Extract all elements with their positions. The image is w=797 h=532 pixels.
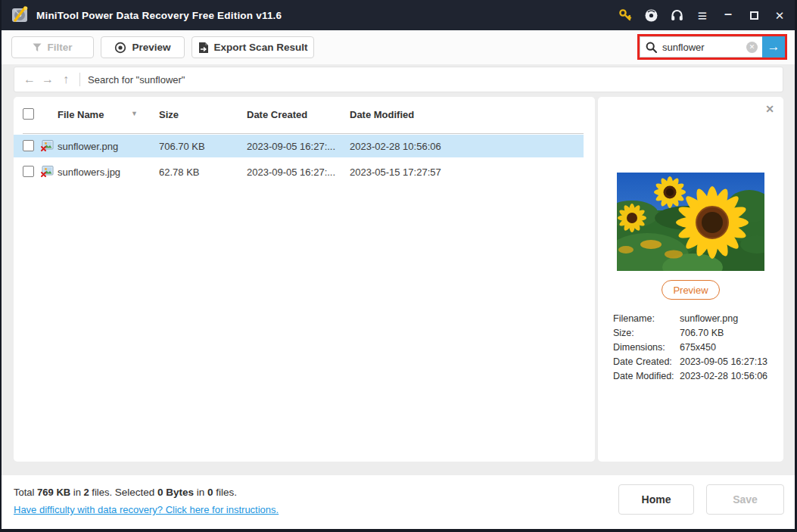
- header-divider: [23, 133, 584, 134]
- bootable-media-disc-icon[interactable]: [643, 0, 659, 30]
- close-icon[interactable]: ✕: [771, 0, 788, 30]
- column-header-file-name[interactable]: File Name: [58, 109, 104, 120]
- table-row[interactable]: sunflowers.jpg 62.78 KB 2023-09-05 16:27…: [14, 160, 584, 183]
- app-window: MiniTool Power Data Recovery Free Editio…: [0, 0, 797, 532]
- help-link[interactable]: Have difficulty with data recovery? Clic…: [14, 504, 279, 515]
- summary-text: files.: [89, 487, 115, 498]
- detail-value: 2023-02-28 10:56:06: [680, 369, 776, 384]
- selection-summary: Total 769 KB in 2 files. Selected 0 Byte…: [14, 487, 237, 498]
- file-name: sunflowers.jpg: [58, 166, 120, 178]
- detail-value: sunflower.png: [680, 312, 776, 326]
- export-scan-result-button[interactable]: Export Scan Result: [191, 36, 314, 58]
- home-button[interactable]: Home: [618, 484, 694, 515]
- eye-icon: [114, 42, 126, 54]
- total-size: 769 KB: [37, 487, 70, 498]
- detail-label: Date Created:: [613, 355, 680, 369]
- summary-text: Selected: [115, 487, 157, 498]
- deleted-image-file-icon: [41, 140, 54, 151]
- file-list-panel: File Name ▼ Size Date Created Date Modif…: [14, 97, 595, 462]
- preview-image: [617, 173, 764, 271]
- file-size: 706.70 KB: [159, 141, 205, 152]
- file-date-created: 2023-09-05 16:27:...: [247, 166, 335, 178]
- navigation-bar: ← → ↑ Search for "sunflower": [14, 67, 783, 92]
- search-box-highlighted: sunflower ✕ →: [637, 34, 787, 60]
- status-bar: Total 769 KB in 2 files. Selected 0 Byte…: [2, 475, 795, 529]
- detail-row: Size: 706.70 KB: [613, 326, 776, 341]
- title-bar: MiniTool Power Data Recovery Free Editio…: [0, 0, 797, 30]
- detail-label: Dimensions:: [613, 341, 680, 355]
- detail-row: Date Created: 2023-09-05 16:27:13: [613, 355, 776, 369]
- table-header: File Name ▼ Size Date Created Date Modif…: [14, 97, 595, 133]
- row-checkbox[interactable]: [23, 166, 34, 177]
- preview-button-label: Preview: [132, 42, 170, 53]
- filter-button[interactable]: Filter: [11, 36, 94, 58]
- titlebar-actions: ≡ – ✕: [617, 0, 788, 30]
- sort-arrow-icon[interactable]: ▼: [131, 110, 138, 117]
- filter-button-label: Filter: [47, 42, 72, 53]
- selected-files: 0: [207, 487, 213, 498]
- export-file-icon: [198, 42, 209, 54]
- license-key-icon[interactable]: [617, 0, 634, 30]
- column-header-date-created[interactable]: Date Created: [247, 109, 307, 120]
- search-clear-icon[interactable]: ✕: [746, 42, 758, 53]
- detail-value: 675x450: [680, 341, 776, 355]
- summary-text: Total: [14, 487, 37, 498]
- detail-label: Filename:: [613, 312, 680, 326]
- window-border-bottom: [0, 529, 797, 532]
- funnel-icon: [33, 43, 42, 52]
- back-arrow-icon[interactable]: ←: [20, 73, 39, 86]
- file-name: sunflower.png: [58, 141, 118, 152]
- summary-text: files.: [213, 487, 238, 498]
- search-input[interactable]: sunflower ✕: [640, 36, 762, 58]
- nav-divider: [79, 73, 80, 86]
- save-button[interactable]: Save: [706, 484, 784, 515]
- support-headset-icon[interactable]: [668, 0, 685, 30]
- preview-button[interactable]: Preview: [101, 36, 185, 58]
- detail-value: 2023-09-05 16:27:13: [680, 355, 776, 369]
- preview-panel: ✕: [598, 97, 783, 462]
- detail-row: Filename: sunflower.png: [613, 312, 776, 326]
- forward-arrow-icon[interactable]: →: [39, 73, 57, 86]
- column-header-date-modified[interactable]: Date Modified: [350, 109, 414, 120]
- search-submit-button[interactable]: →: [762, 36, 785, 58]
- select-all-checkbox[interactable]: [23, 108, 34, 120]
- total-files: 2: [84, 487, 89, 498]
- summary-text: in: [70, 487, 83, 498]
- file-date-created: 2023-09-05 16:27:...: [247, 141, 335, 152]
- detail-row: Date Modified: 2023-02-28 10:56:06: [613, 369, 776, 384]
- breadcrumb: Search for "sunflower": [88, 74, 185, 86]
- toolbar: Filter Preview Export Scan Result: [2, 30, 795, 64]
- minimize-icon[interactable]: –: [720, 0, 736, 30]
- file-details: Filename: sunflower.png Size: 706.70 KB …: [613, 312, 776, 384]
- file-date-modified: 2023-02-28 10:56:06: [350, 141, 441, 152]
- preview-file-button[interactable]: Preview: [662, 280, 720, 300]
- search-input-value: sunflower: [662, 42, 746, 53]
- row-checkbox[interactable]: [23, 140, 34, 151]
- up-arrow-icon[interactable]: ↑: [57, 73, 75, 86]
- app-logo-icon: [10, 5, 30, 25]
- file-date-modified: 2023-05-15 17:27:57: [350, 166, 441, 178]
- menu-icon[interactable]: ≡: [694, 0, 711, 30]
- selected-size: 0 Bytes: [157, 487, 194, 498]
- deleted-image-file-icon: [41, 166, 54, 177]
- table-row[interactable]: sunflower.png 706.70 KB 2023-09-05 16:27…: [14, 135, 584, 157]
- export-button-label: Export Scan Result: [214, 42, 308, 53]
- file-size: 62.78 KB: [159, 166, 200, 178]
- detail-label: Size:: [613, 326, 680, 341]
- window-title: MiniTool Power Data Recovery Free Editio…: [36, 10, 282, 21]
- detail-value: 706.70 KB: [680, 326, 776, 341]
- window-border-left: [0, 0, 2, 532]
- summary-text: in: [194, 487, 207, 498]
- detail-label: Date Modified:: [613, 369, 680, 384]
- detail-row: Dimensions: 675x450: [613, 341, 776, 355]
- column-header-size[interactable]: Size: [159, 109, 179, 120]
- search-icon: [646, 42, 657, 53]
- maximize-icon[interactable]: [746, 0, 762, 30]
- panel-close-icon[interactable]: ✕: [765, 103, 774, 115]
